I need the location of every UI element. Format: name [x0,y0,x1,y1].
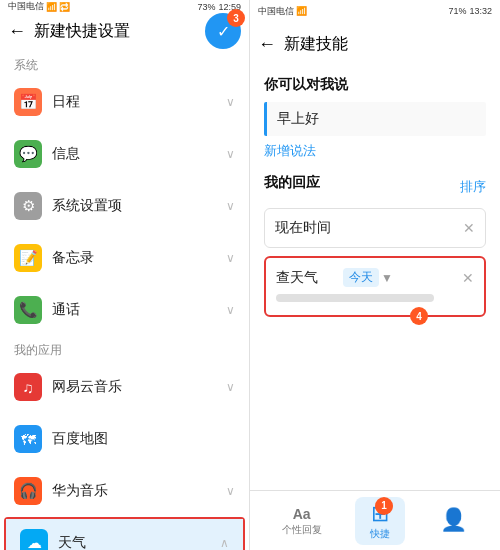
response-item-time: 现在时间 ✕ [264,208,486,248]
weather-label: 天气 [58,534,220,550]
check-icon: ✓ [217,22,230,41]
response-weather-label: 查天气 [276,269,339,287]
huawei-music-chevron: ∨ [226,484,235,498]
weather-icon: ☁ [20,529,48,550]
response-time-close[interactable]: ✕ [463,220,475,236]
left-back-button[interactable]: ← [8,21,26,42]
right-signal-icon: 📶 [296,6,307,16]
profile-icon: 👤 [440,507,467,533]
list-item-phone[interactable]: 📞 通话 ∨ [0,286,249,334]
speech-example-box: 早上好 [264,102,486,136]
apps-section-label: 我的应用 [0,334,249,363]
notes-label: 备忘录 [52,249,226,267]
shortcut-label: 快捷 [370,527,390,541]
left-wifi-icon: 🔁 [59,2,70,12]
tab-personal-reply[interactable]: Aa 个性回复 [272,501,332,541]
speech-section-title: 你可以对我说 [264,76,486,94]
list-item-netease[interactable]: ♫ 网易云音乐 ∨ [0,363,249,411]
weather-tag: 今天 [343,268,379,287]
shortcut-badge: 1 [375,497,393,515]
right-panel: 中国电信 📶 71% 13:32 ← 新建技能 你可以对我说 早上好 新增说法 … [250,0,500,550]
left-panel: 中国电信 📶 🔁 73% 12:59 ← 新建快捷设置 ✓ 3 系统 📅 日程 … [0,0,250,550]
message-chevron: ∨ [226,147,235,161]
sort-button[interactable]: 排序 [460,178,486,196]
speech-example-text: 早上好 [277,110,319,126]
confirm-button[interactable]: ✓ 3 [205,13,241,49]
bottom-tab-bar: Aa 个性回复 ⊞ 1 快捷 👤 [250,490,500,550]
list-item-baidu[interactable]: 🗺 百度地图 [0,415,249,463]
personal-reply-icon-wrapper: Aa [293,505,311,523]
right-carrier: 中国电信 [258,5,294,18]
right-page-title: 新建技能 [284,34,492,55]
weather-chevron: ∧ [220,536,229,550]
system-section-label: 系统 [0,49,249,78]
settings-icon: ⚙ [14,192,42,220]
baidu-icon: 🗺 [14,425,42,453]
notes-icon: 📝 [14,244,42,272]
personal-reply-label: 个性回复 [282,523,322,537]
calendar-icon: 📅 [14,88,42,116]
left-top-bar: ← 新建快捷设置 ✓ 3 [0,13,249,49]
response-weather-placeholder [276,294,434,302]
left-carrier: 中国电信 [8,0,44,13]
calendar-chevron: ∨ [226,95,235,109]
settings-chevron: ∨ [226,199,235,213]
netease-icon: ♫ [14,373,42,401]
content-area: 你可以对我说 早上好 新增说法 我的回应 排序 现在时间 ✕ 查天气 今天 ▼ … [250,66,500,490]
add-phrase-button[interactable]: 新增说法 [264,142,486,160]
shortcut-icon-wrapper: ⊞ 1 [371,501,389,527]
message-icon: 💬 [14,140,42,168]
list-item-huawei-music[interactable]: 🎧 华为音乐 ∨ [0,467,249,515]
notes-chevron: ∨ [226,251,235,265]
response-section-title: 我的回应 [264,174,320,192]
left-page-title: 新建快捷设置 [34,21,205,42]
dropdown-arrow-icon[interactable]: ▼ [381,271,393,285]
netease-chevron: ∨ [226,380,235,394]
phone-chevron: ∨ [226,303,235,317]
personal-reply-icon: Aa [293,506,311,522]
right-top-bar: ← 新建技能 [250,22,500,66]
settings-label: 系统设置项 [52,197,226,215]
phone-icon: 📞 [14,296,42,324]
tab-shortcut[interactable]: ⊞ 1 快捷 [355,497,405,545]
baidu-label: 百度地图 [52,430,235,448]
list-item-message[interactable]: 💬 信息 ∨ [0,130,249,178]
right-status-right: 71% 13:32 [448,6,492,16]
left-status-bar: 中国电信 📶 🔁 73% 12:59 [0,0,249,13]
left-status-left: 中国电信 📶 🔁 [8,0,70,13]
response-weather-subrow [276,291,474,305]
calendar-label: 日程 [52,93,226,111]
right-back-button[interactable]: ← [258,34,276,55]
list-item-calendar[interactable]: 📅 日程 ∨ [0,78,249,126]
huawei-music-label: 华为音乐 [52,482,226,500]
response-item-weather: 查天气 今天 ▼ ✕ 4 [264,256,486,317]
response-weather-close[interactable]: ✕ [462,270,474,286]
confirm-badge: 3 [227,9,245,27]
badge-4: 4 [410,307,428,325]
left-battery: 73% [197,2,215,12]
response-header: 我的回应 排序 [264,174,486,200]
huawei-music-icon: 🎧 [14,477,42,505]
right-battery: 71% [448,6,466,16]
right-status-left: 中国电信 📶 [258,5,307,18]
response-weather-row: 查天气 今天 ▼ ✕ [276,268,474,287]
list-item-weather[interactable]: ☁ 天气 ∧ [6,519,243,550]
right-status-bar: 中国电信 📶 71% 13:32 [250,0,500,22]
response-time-label: 现在时间 [275,219,457,237]
list-item-notes[interactable]: 📝 备忘录 ∨ [0,234,249,282]
phone-label: 通话 [52,301,226,319]
tab-profile[interactable]: 👤 [428,503,478,539]
left-signal-icon: 📶 [46,2,57,12]
right-time: 13:32 [469,6,492,16]
list-item-settings[interactable]: ⚙ 系统设置项 ∨ [0,182,249,230]
message-label: 信息 [52,145,226,163]
netease-label: 网易云音乐 [52,378,226,396]
